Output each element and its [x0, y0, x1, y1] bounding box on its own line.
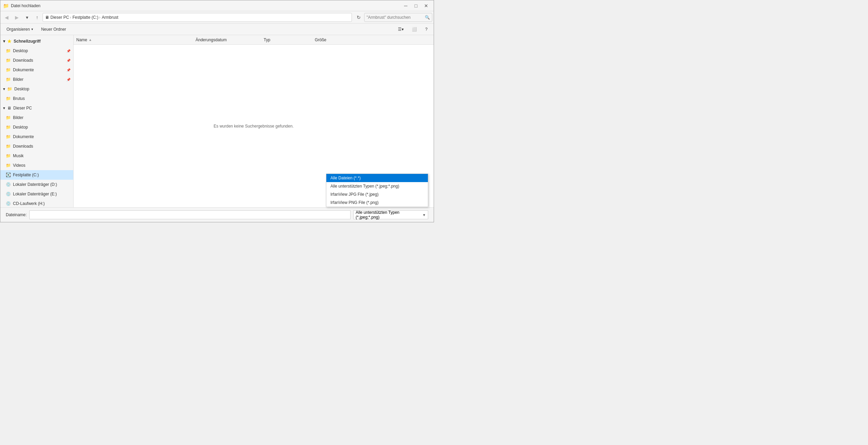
refresh-button[interactable]: ↻	[354, 13, 363, 22]
toolbar-right: ☰▾ ⬜ ?	[394, 25, 431, 34]
folder-icon: 📁	[7, 87, 12, 91]
sidebar-item-videos[interactable]: 📁 Videos	[0, 161, 73, 170]
search-input[interactable]	[367, 15, 423, 20]
title-bar-left: 📁 Datei hochladen	[3, 3, 41, 9]
sidebar-item-desktop-pinned[interactable]: 📁 Desktop 📌	[0, 46, 73, 56]
toolbar: Organisieren ▾ Neuer Ordner ☰▾ ⬜ ?	[0, 24, 434, 35]
col-date-header[interactable]: Änderungsdatum	[196, 38, 264, 42]
sidebar-item-dokumente-pinned[interactable]: 📁 Dokumente 📌	[0, 65, 73, 75]
sidebar-item-drive-e[interactable]: 💿 Lokaler Datenträger (E:)	[0, 189, 73, 199]
pin-icon: 📌	[66, 49, 71, 53]
folder-icon: 📁	[6, 125, 11, 130]
col-name-header[interactable]: Name ▲	[76, 38, 196, 42]
drive-icon: 💽	[6, 173, 11, 177]
col-type-header[interactable]: Typ	[264, 38, 315, 42]
back-button[interactable]: ◀	[2, 13, 11, 22]
chevron-icon: ▾	[3, 87, 5, 91]
schnellzugriff-header[interactable]: ▾ ★ Schnellzugriff	[0, 36, 73, 46]
sidebar-item-desktop-pc[interactable]: 📁 Desktop	[0, 122, 73, 132]
search-icon: 🔍	[425, 15, 430, 20]
dropdown-option-jpg[interactable]: IrfanView JPG File (*.jpeg)	[326, 190, 428, 198]
sidebar-item-drive-h[interactable]: 💿 CD-Laufwerk (H:)	[0, 199, 73, 207]
preview-button[interactable]: ⬜	[408, 25, 420, 34]
maximize-button[interactable]: □	[411, 1, 421, 11]
column-header: Name ▲ Änderungsdatum Typ Größe	[74, 35, 434, 45]
window-icon: 📁	[3, 3, 9, 9]
dropdown-option-supported[interactable]: Alle unterstützten Typen (*.jpeg;*.png)	[326, 182, 428, 190]
pin-icon: 📌	[66, 68, 71, 72]
recent-button[interactable]: ▾	[22, 13, 32, 22]
breadcrumb-sep-2: ›	[99, 15, 100, 20]
footer: Dateiname: Alle unterstützten Typen (*.j…	[0, 207, 434, 222]
folder-icon: 📁	[6, 96, 11, 101]
star-icon: ★	[7, 39, 12, 44]
drive-icon: 💿	[6, 201, 11, 206]
chevron-icon: ▾	[3, 106, 5, 110]
drive-icon: 💿	[6, 182, 11, 187]
sidebar-item-bilder[interactable]: 📁 Bilder	[0, 113, 73, 122]
col-size-header[interactable]: Größe	[315, 38, 356, 42]
pin-icon: 📌	[66, 78, 71, 81]
up-button[interactable]: ↑	[32, 13, 42, 22]
chevron-icon: ▾	[3, 39, 5, 44]
filetype-dropdown[interactable]: Alle unterstützten Typen (*.jpeg;*.png) …	[353, 210, 428, 219]
sidebar-item-brutus[interactable]: 📁 Brutus	[0, 94, 73, 103]
breadcrumb-item-armbrust[interactable]: Armbrust	[102, 15, 119, 20]
folder-icon: 📁	[6, 115, 11, 120]
organize-arrow-icon: ▾	[31, 27, 33, 31]
sidebar-item-dokumente[interactable]: 📁 Dokumente	[0, 132, 73, 142]
sidebar-item-downloads[interactable]: 📁 Downloads	[0, 142, 73, 151]
breadcrumb-item-dieser-pc[interactable]: Dieser PC ›	[50, 15, 71, 20]
dropdown-option-all[interactable]: Alle Dateien (*.*)	[326, 174, 428, 182]
filename-input[interactable]	[29, 210, 351, 219]
window-title: Datei hochladen	[11, 3, 41, 8]
search-bar[interactable]: 🔍	[364, 13, 432, 22]
folder-icon: 📁	[6, 68, 11, 72]
empty-message: Es wurden keine Suchergebnisse gefunden.	[214, 124, 294, 129]
view-button[interactable]: ☰▾	[394, 25, 407, 34]
close-button[interactable]: ✕	[421, 1, 431, 11]
sidebar-item-festplatte-c[interactable]: 💽 Festplatte (C:)	[0, 170, 73, 180]
folder-icon: 📁	[6, 153, 11, 158]
folder-icon: 📁	[6, 163, 11, 168]
new-folder-button[interactable]: Neuer Ordner	[38, 25, 69, 34]
sort-icon: ▲	[89, 38, 92, 42]
sidebar-item-downloads-pinned[interactable]: 📁 Downloads 📌	[0, 56, 73, 65]
folder-icon: 📁	[6, 134, 11, 139]
breadcrumb-item-festplatte[interactable]: Festplatte (C:) ›	[73, 15, 100, 20]
nav-bar: ◀ ▶ ▾ ↑ 🖥 Dieser PC › Festplatte (C:) › …	[0, 11, 434, 24]
breadcrumb-sep-1: ›	[70, 15, 71, 20]
dropdown-arrow-icon: ▼	[422, 213, 426, 217]
sidebar-item-dieser-pc[interactable]: ▾ 🖥 Dieser PC	[0, 103, 73, 113]
help-button[interactable]: ?	[422, 25, 431, 34]
sidebar: ▾ ★ Schnellzugriff 📁 Desktop 📌 📁 Downloa…	[0, 35, 74, 207]
breadcrumb[interactable]: 🖥 Dieser PC › Festplatte (C:) › Armbrust	[43, 13, 352, 22]
title-bar-controls: ─ □ ✕	[401, 1, 431, 11]
filename-label: Dateiname:	[6, 212, 27, 217]
folder-icon: 📁	[6, 77, 11, 82]
folder-icon: 📁	[6, 48, 11, 53]
pin-icon: 📌	[66, 59, 71, 62]
file-upload-window: 📁 Datei hochladen ─ □ ✕ ◀ ▶ ▾ ↑ 🖥 Dieser…	[0, 0, 434, 222]
pc-icon: 🖥	[7, 106, 11, 110]
sidebar-item-bilder-pinned[interactable]: 📁 Bilder 📌	[0, 75, 73, 84]
minimize-button[interactable]: ─	[401, 1, 410, 11]
breadcrumb-pc-icon: 🖥	[45, 15, 49, 20]
folder-icon: 📁	[6, 58, 11, 63]
drive-icon: 💿	[6, 192, 11, 196]
sidebar-item-musik[interactable]: 📁 Musik	[0, 151, 73, 161]
title-bar: 📁 Datei hochladen ─ □ ✕	[0, 0, 434, 11]
filetype-dropdown-popup: Alle Dateien (*.*) Alle unterstützten Ty…	[326, 174, 428, 207]
sidebar-item-desktop[interactable]: ▾ 📁 Desktop	[0, 84, 73, 94]
dropdown-option-png[interactable]: IrfanView PNG File (*.png)	[326, 198, 428, 207]
sidebar-item-drive-d[interactable]: 💿 Lokaler Datenträger (D:)	[0, 180, 73, 189]
organize-button[interactable]: Organisieren ▾	[3, 25, 36, 34]
forward-button[interactable]: ▶	[12, 13, 21, 22]
folder-icon: 📁	[6, 144, 11, 149]
